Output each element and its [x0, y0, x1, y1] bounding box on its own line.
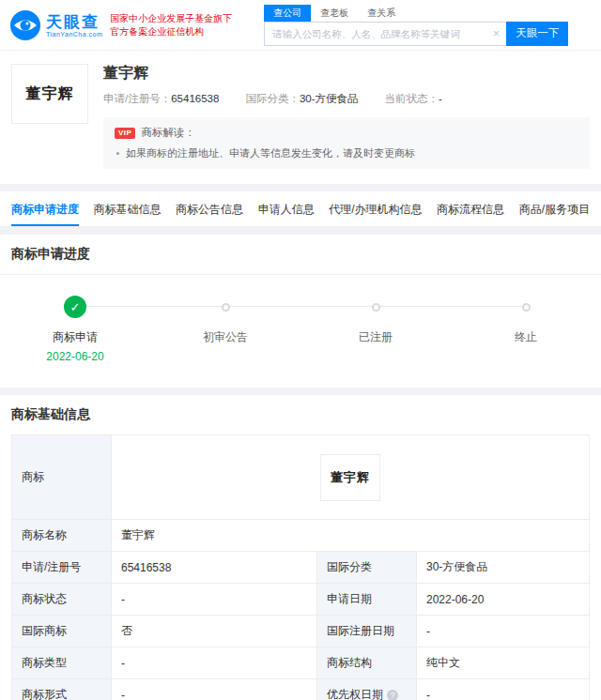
search-tab-relation[interactable]: 查关系	[358, 5, 405, 22]
application-progress-section: 商标申请进度 ✓ 商标申请 2022-06-20 初审公告 已注册 终止	[0, 235, 601, 388]
row-label: 优先权日期?	[317, 679, 417, 700]
table-row: 申请/注册号 65416538 国际分类 30-方便食品	[12, 552, 590, 584]
reg-number-value: 65416538	[171, 93, 219, 104]
detail-tab-bar: 商标申请进度 商标基础信息 商标公告信息 申请人信息 代理/办理机构信息 商标流…	[0, 191, 601, 227]
table-row: 商标类型 - 商标结构 纯中文	[12, 647, 590, 679]
progress-step-preliminary: 初审公告	[150, 296, 300, 363]
row-label: 国际分类	[317, 552, 417, 584]
info-icon[interactable]: ?	[387, 690, 398, 700]
search-tab-boss[interactable]: 查老板	[311, 5, 358, 22]
logo-domain: TianYanCha.com	[46, 31, 102, 38]
trademark-meta-row: 申请/注册号：65416538 国际分类：30-方便食品 当前状态：-	[103, 92, 590, 106]
table-row: 商标名称 董宇辉	[12, 520, 590, 552]
logo-text: 天眼查 TianYanCha.com	[46, 13, 102, 38]
current-status-value: -	[439, 93, 442, 104]
row-value: -	[112, 679, 317, 700]
vip-badge: VIP	[115, 128, 135, 139]
slogan-line-1: 国家中小企业发展子基金旗下	[110, 12, 232, 25]
step-date: 2022-06-20	[46, 350, 103, 363]
page-title: 董宇辉	[103, 64, 590, 84]
row-label: 商标结构	[317, 647, 417, 679]
table-row: 商标形式 - 优先权日期? -	[12, 679, 590, 700]
tab-applicant-info[interactable]: 申请人信息	[258, 191, 315, 226]
table-row: 商标 董宇辉	[12, 435, 590, 520]
basic-info-section-title: 商标基础信息	[0, 395, 601, 434]
current-status-field: 当前状态：-	[385, 92, 442, 106]
trademark-summary-card: 董宇辉 董宇辉 申请/注册号：65416538 国际分类：30-方便食品 当前状…	[0, 51, 601, 184]
current-status-label: 当前状态：	[385, 93, 439, 104]
table-row: 国际商标 否 国际注册日期 -	[12, 616, 590, 647]
trademark-insight-box: VIP 商标解读： 如果商标的注册地址、申请人等信息发生变化，请及时变更商标	[103, 117, 590, 169]
trademark-image-text: 董宇辉	[331, 469, 370, 486]
clear-search-icon[interactable]: ×	[493, 26, 501, 41]
top-header: 天眼查 TianYanCha.com 国家中小企业发展子基金旗下 官方备案企业征…	[0, 0, 601, 51]
official-slogan: 国家中小企业发展子基金旗下 官方备案企业征信机构	[110, 12, 232, 38]
row-value: -	[417, 679, 590, 700]
row-label: 商标类型	[12, 647, 112, 679]
bullet-dot-icon	[116, 152, 119, 155]
step-label: 已注册	[359, 329, 393, 345]
row-value: 2022-06-20	[417, 584, 590, 616]
tianyancha-logo[interactable]: 天眼查 TianYanCha.com	[9, 9, 102, 41]
row-label: 商标名称	[12, 520, 112, 552]
row-value: -	[417, 616, 590, 647]
search-tab-company[interactable]: 查公司	[264, 5, 311, 22]
intl-class-value: 30-方便食品	[300, 93, 359, 104]
tab-announcement-info[interactable]: 商标公告信息	[176, 191, 243, 226]
reg-number-label: 申请/注册号：	[103, 93, 171, 104]
row-value: 董宇辉	[112, 520, 590, 552]
row-label: 商标状态	[12, 584, 112, 616]
trademark-image: 董宇辉	[11, 64, 88, 124]
pending-circle-icon	[372, 303, 380, 312]
trademark-image-cell: 董宇辉	[112, 435, 590, 520]
row-label: 申请/注册号	[12, 552, 112, 584]
tianyancha-logo-icon	[9, 9, 41, 41]
intl-class-label: 国际分类：	[245, 93, 300, 104]
row-value: 30-方便食品	[417, 552, 590, 584]
logo-name: 天眼查	[46, 13, 102, 31]
row-label: 国际商标	[12, 616, 112, 647]
trademark-summary-main: 董宇辉 申请/注册号：65416538 国际分类：30-方便食品 当前状态：- …	[103, 64, 590, 169]
row-value: -	[112, 584, 317, 616]
progress-section-title: 商标申请进度	[0, 235, 601, 275]
row-label: 商标形式	[12, 679, 112, 700]
slogan-line-2: 官方备案企业征信机构	[110, 25, 232, 38]
search-type-tabs: 查公司 查老板 查关系	[264, 5, 568, 22]
table-row: 商标状态 - 申请日期 2022-06-20	[12, 584, 590, 616]
row-label: 申请日期	[317, 584, 417, 616]
tab-process-info[interactable]: 商标流程信息	[437, 191, 504, 226]
row-value: 65416538	[112, 552, 317, 584]
search-button[interactable]: 天眼一下	[506, 22, 568, 46]
trademark-image-text: 董宇辉	[26, 84, 74, 104]
basic-info-table: 商标 董宇辉 商标名称 董宇辉 申请/注册号 65416538 国际分类 30-…	[11, 434, 590, 700]
pending-circle-icon	[522, 303, 531, 312]
search-area: 查公司 查老板 查关系 × 天眼一下	[264, 5, 568, 46]
insight-bullet-item: 如果商标的注册地址、申请人等信息发生变化，请及时变更商标	[115, 146, 578, 160]
row-value: 纯中文	[417, 647, 590, 679]
progress-timeline: ✓ 商标申请 2022-06-20 初审公告 已注册 终止	[0, 275, 601, 388]
insight-bullet-text: 如果商标的注册地址、申请人等信息发生变化，请及时变更商标	[126, 146, 415, 160]
tab-basic-info[interactable]: 商标基础信息	[94, 191, 162, 226]
reg-number-field: 申请/注册号：65416538	[103, 92, 219, 106]
step-label: 商标申请	[53, 329, 98, 345]
step-label: 终止	[515, 329, 537, 345]
trademark-image: 董宇辉	[320, 454, 380, 501]
step-label: 初审公告	[203, 329, 248, 345]
row-value: 否	[112, 616, 317, 647]
search-bar: × 天眼一下	[264, 22, 568, 46]
search-input[interactable]	[264, 22, 506, 46]
check-circle-icon: ✓	[64, 296, 86, 318]
tab-agency-info[interactable]: 代理/办理机构信息	[329, 191, 422, 226]
insight-title: 商标解读：	[141, 126, 195, 140]
row-label: 商标	[12, 435, 112, 520]
basic-info-section: 商标基础信息 商标 董宇辉 商标名称 董宇辉 申请/注册号 65416538 国…	[0, 395, 601, 700]
tab-application-progress[interactable]: 商标申请进度	[11, 191, 79, 226]
row-label: 国际注册日期	[317, 616, 417, 647]
tab-goods-services[interactable]: 商品/服务项目	[519, 191, 590, 226]
row-value: -	[112, 647, 317, 679]
progress-step-registered: 已注册	[300, 296, 451, 363]
progress-step-terminated: 终止	[451, 296, 601, 363]
progress-step-applied: ✓ 商标申请 2022-06-20	[0, 296, 150, 363]
pending-circle-icon	[222, 303, 230, 312]
intl-class-field: 国际分类：30-方便食品	[245, 92, 358, 106]
